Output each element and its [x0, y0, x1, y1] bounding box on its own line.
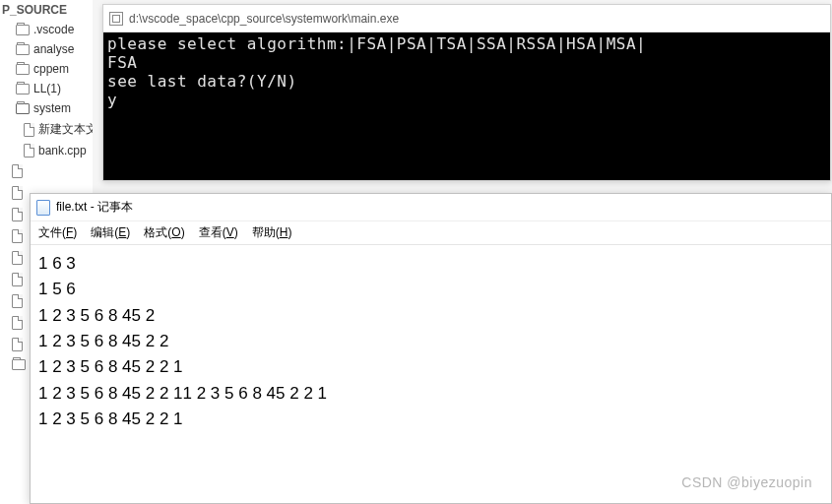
notepad-line: 1 2 3 5 6 8 45 2 2 1 — [38, 354, 823, 380]
file-newtxt[interactable]: 新建文本文 — [20, 118, 93, 141]
notepad-line: 1 5 6 — [38, 277, 823, 302]
folder-label: analyse — [33, 42, 74, 56]
file-label: 新建文本文 — [38, 121, 93, 138]
console-window: d:\vscode_space\cpp_source\systemwork\ma… — [102, 4, 831, 181]
file-icon — [24, 123, 34, 137]
folder-icon — [16, 64, 30, 75]
console-output[interactable]: please select algorithm:|FSA|PSA|TSA|SSA… — [103, 32, 830, 180]
file-item[interactable] — [8, 160, 93, 182]
file-icon — [12, 338, 23, 351]
exe-icon — [109, 12, 123, 26]
notepad-menubar: 文件(F) 编辑(E) 格式(O) 查看(V) 帮助(H) — [31, 221, 831, 245]
file-icon — [12, 273, 23, 286]
folder-cppem[interactable]: cppem — [12, 59, 93, 79]
notepad-line: 1 6 3 — [38, 251, 823, 277]
folder-label: LL(1) — [33, 82, 61, 95]
file-icon — [12, 164, 23, 178]
folder-label: .vscode — [33, 23, 74, 36]
menu-file[interactable]: 文件(F) — [38, 224, 77, 241]
file-bankcpp[interactable]: bank.cpp — [20, 141, 93, 160]
folder-icon — [12, 359, 26, 370]
folder-icon — [16, 25, 30, 35]
folder-label: system — [33, 101, 71, 115]
file-icon — [12, 294, 23, 308]
file-icon — [12, 208, 23, 221]
folder-vscode[interactable]: .vscode — [12, 20, 93, 39]
menu-format[interactable]: 格式(O) — [144, 224, 184, 241]
folder-system[interactable]: system — [12, 98, 93, 118]
menu-edit[interactable]: 编辑(E) — [91, 224, 130, 241]
notepad-line: 1 2 3 5 6 8 45 2 2 11 2 3 5 6 8 45 2 2 1 — [38, 381, 823, 407]
notepad-title-text: file.txt - 记事本 — [56, 199, 133, 216]
folder-ll1[interactable]: LL(1) — [12, 79, 93, 98]
file-icon — [12, 251, 23, 265]
menu-help[interactable]: 帮助(H) — [252, 224, 292, 241]
folder-open-icon — [16, 103, 30, 114]
notepad-titlebar[interactable]: file.txt - 记事本 — [31, 194, 831, 221]
folder-icon — [16, 44, 30, 55]
notepad-line: 1 2 3 5 6 8 45 2 2 1 — [38, 407, 823, 432]
folder-analyse[interactable]: analyse — [12, 39, 93, 59]
notepad-window: file.txt - 记事本 文件(F) 编辑(E) 格式(O) 查看(V) 帮… — [30, 193, 832, 504]
notepad-line: 1 2 3 5 6 8 45 2 2 — [38, 329, 823, 354]
file-icon — [12, 186, 23, 200]
notepad-line: 1 2 3 5 6 8 45 2 — [38, 303, 823, 329]
file-icon — [24, 144, 34, 158]
folder-icon — [16, 84, 30, 94]
menu-view[interactable]: 查看(V) — [199, 224, 238, 241]
file-icon — [12, 316, 23, 330]
notepad-content[interactable]: 1 6 31 5 61 2 3 5 6 8 45 21 2 3 5 6 8 45… — [31, 245, 831, 438]
console-titlebar[interactable]: d:\vscode_space\cpp_source\systemwork\ma… — [103, 5, 830, 32]
console-title-text: d:\vscode_space\cpp_source\systemwork\ma… — [129, 12, 399, 26]
folder-label: cppem — [33, 62, 69, 76]
explorer-root-label: P_SOURCE — [0, 0, 93, 20]
file-label: bank.cpp — [38, 144, 87, 158]
notepad-icon — [36, 200, 50, 216]
file-icon — [12, 229, 23, 243]
